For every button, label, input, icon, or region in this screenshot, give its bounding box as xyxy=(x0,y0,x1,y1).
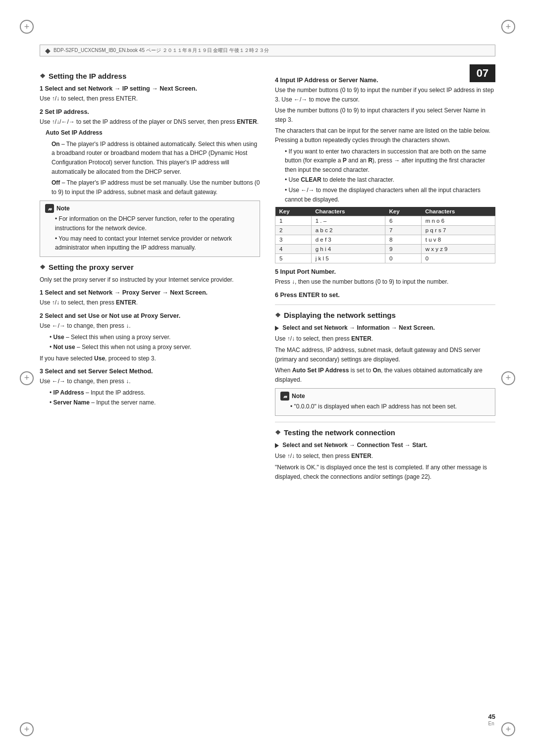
note-icon-2: 𝓃 xyxy=(280,392,289,401)
step2-body: Use ↑/↓/←/→ to set the IP address of the… xyxy=(40,117,260,127)
reg-mark-top-right xyxy=(501,20,515,34)
table-cell-r4-c3: 0 xyxy=(421,254,495,263)
section3-diamond: ❖ xyxy=(275,311,281,319)
proxy-step3-heading: 3 Select and set Server Select Method. xyxy=(40,368,260,375)
table-row: 2a b c 27p q r s 7 xyxy=(275,226,495,235)
reg-mark-top-left xyxy=(20,20,34,34)
step1-heading: 1 Select and set Network → IP setting → … xyxy=(40,85,260,92)
footer-lang: En xyxy=(488,721,494,726)
section1-diamond: ❖ xyxy=(40,72,46,80)
step4-body3: The characters that can be input for the… xyxy=(275,126,495,145)
main-content: ❖ Setting the IP address 1 Select and se… xyxy=(40,67,495,706)
proxy-step2-heading: 2 Select and set Use or Not use at Proxy… xyxy=(40,312,260,319)
table-header-key1: Key xyxy=(275,207,312,216)
note-box-1: 𝓃 Note For information on the DHCP serve… xyxy=(40,201,260,256)
step4-body2: Use the number buttons (0 to 9) to input… xyxy=(275,106,495,124)
step4-body1: Use the number buttons (0 to 9) to input… xyxy=(275,86,495,104)
table-cell-r4-c2: 0 xyxy=(385,254,421,263)
table-cell-r4-c0: 5 xyxy=(275,254,312,263)
auto-set-heading: Auto Set IP Address xyxy=(46,128,260,138)
proxy-step2-body: Use ←/→ to change, then press ↓. xyxy=(40,321,260,331)
table-header-chars2: Characters xyxy=(421,207,495,216)
tri-arrow-1 xyxy=(275,326,279,331)
reg-mark-bottom-left xyxy=(20,722,34,736)
section4-title: ❖ Testing the network connection xyxy=(275,428,495,437)
section3-title: ❖ Displaying the network settings xyxy=(275,311,495,319)
proxy-step3-body: Use ←/→ to change, then press ↓. xyxy=(40,377,260,386)
note-item-1: For information on the DHCP server funct… xyxy=(55,214,255,233)
auto-set-section: Auto Set IP Address On – The player's IP… xyxy=(46,128,260,197)
table-row: 3d e f 38t u v 8 xyxy=(275,235,495,245)
table-cell-r1-c2: 7 xyxy=(385,226,421,235)
section3-step1: Select and set Network → Information → N… xyxy=(275,323,495,333)
table-cell-r2-c1: d e f 3 xyxy=(311,235,385,245)
table-cell-r0-c1: 1 . – xyxy=(311,216,385,226)
header-file-info: ◆ BDP-S2FD_UCXCNSM_IB0_EN.book 45 ページ ２０… xyxy=(40,45,495,56)
char-bullet-1: If you want to enter two characters in s… xyxy=(285,147,495,175)
table-cell-r3-c0: 4 xyxy=(275,245,312,254)
table-row: 11 . –6m n o 6 xyxy=(275,216,495,226)
section3-step1-body: Use ↑/↓ to select, then press ENTER. xyxy=(275,334,495,344)
table-cell-r1-c0: 2 xyxy=(275,226,312,235)
characters-table: Key Characters Key Characters 11 . –6m n… xyxy=(275,207,495,263)
header-text: BDP-S2FD_UCXCNSM_IB0_EN.book 45 ページ ２０１１… xyxy=(54,47,269,54)
divider2 xyxy=(275,422,495,422)
left-column: ❖ Setting the IP address 1 Select and se… xyxy=(40,67,260,706)
right-column: 4 Input IP Address or Server Name. Use t… xyxy=(275,67,495,706)
section3-body2: When Auto Set IP Address is set to On, t… xyxy=(275,366,495,384)
step1-body: Use ↑/↓ to select, then press ENTER. xyxy=(40,94,260,103)
proxy-ip: IP Address – Input the IP address. xyxy=(50,388,260,398)
section4-step1-body: Use ↑/↓ to select, then press ENTER. xyxy=(275,452,495,461)
step4-heading: 4 Input IP Address or Server Name. xyxy=(275,77,495,84)
auto-set-off: Off – The player's IP address must be se… xyxy=(52,178,260,197)
section4-step1: Select and set Network → Connection Test… xyxy=(275,441,495,450)
reg-mark-mid-right xyxy=(501,371,515,385)
footer: 45 En xyxy=(488,713,495,726)
step2-heading: 2 Set IP address. xyxy=(40,108,260,115)
auto-set-on: On – The player's IP address is obtained… xyxy=(52,140,260,176)
table-cell-r2-c2: 8 xyxy=(385,235,421,245)
char-bullet-3: Use ←/→ to move the displayed characters… xyxy=(285,186,495,204)
table-cell-r2-c0: 3 xyxy=(275,235,312,245)
section3-note-1: "0.0.0.0" is displayed when each IP addr… xyxy=(290,402,490,411)
section2-intro: Only set the proxy server if so instruct… xyxy=(40,275,260,285)
table-cell-r1-c1: a b c 2 xyxy=(311,226,385,235)
section4-body1: "Network is OK." is displayed once the t… xyxy=(275,463,495,481)
note-icon-1: 𝓃 xyxy=(45,204,54,213)
section2-diamond: ❖ xyxy=(40,263,46,271)
section1-title: ❖ Setting the IP address xyxy=(40,72,260,80)
table-row: 4g h i 49w x y z 9 xyxy=(275,245,495,254)
tri-arrow-2 xyxy=(275,443,279,448)
proxy-server: Server Name – Input the server name. xyxy=(50,398,260,407)
note-title-2: 𝓃 Note xyxy=(280,392,490,401)
header-bullet: ◆ xyxy=(45,47,51,54)
proxy-step1-body: Use ↑/↓ to select, then press ENTER. xyxy=(40,298,260,307)
proxy-use: Use – Select this when using a proxy ser… xyxy=(50,333,260,342)
note-item-2: You may need to contact your Internet se… xyxy=(55,234,255,252)
reg-mark-mid-left xyxy=(20,371,34,385)
proxy-use-note: If you have selected Use, proceed to ste… xyxy=(40,354,260,363)
footer-page-number: 45 xyxy=(488,713,495,720)
step6-heading: 6 Press ENTER to set. xyxy=(275,292,495,299)
proxy-step1-heading: 1 Select and set Network → Proxy Server … xyxy=(40,289,260,296)
reg-mark-bottom-right xyxy=(501,722,515,736)
table-cell-r3-c1: g h i 4 xyxy=(311,245,385,254)
table-cell-r3-c2: 9 xyxy=(385,245,421,254)
char-bullet-2: Use CLEAR to delete the last character. xyxy=(285,175,495,185)
section2-title: ❖ Setting the proxy server xyxy=(40,263,260,271)
table-cell-r4-c1: j k l 5 xyxy=(311,254,385,263)
divider1 xyxy=(275,304,495,305)
table-cell-r3-c3: w x y z 9 xyxy=(421,245,495,254)
proxy-notuse: Not use – Select this when not using a p… xyxy=(50,343,260,352)
table-cell-r1-c3: p q r s 7 xyxy=(421,226,495,235)
section3-body1: The MAC address, IP address, subnet mask… xyxy=(275,346,495,364)
note-title-1: 𝓃 Note xyxy=(45,204,255,213)
step5-body: Press ↓, then use the number buttons (0 … xyxy=(275,277,495,287)
table-cell-r0-c2: 6 xyxy=(385,216,421,226)
table-cell-r0-c3: m n o 6 xyxy=(421,216,495,226)
table-header-key2: Key xyxy=(385,207,421,216)
table-row: 5j k l 500 xyxy=(275,254,495,263)
table-cell-r2-c3: t u v 8 xyxy=(421,235,495,245)
table-header-chars1: Characters xyxy=(311,207,385,216)
note-box-2: 𝓃 Note "0.0.0.0" is displayed when each … xyxy=(275,388,495,416)
